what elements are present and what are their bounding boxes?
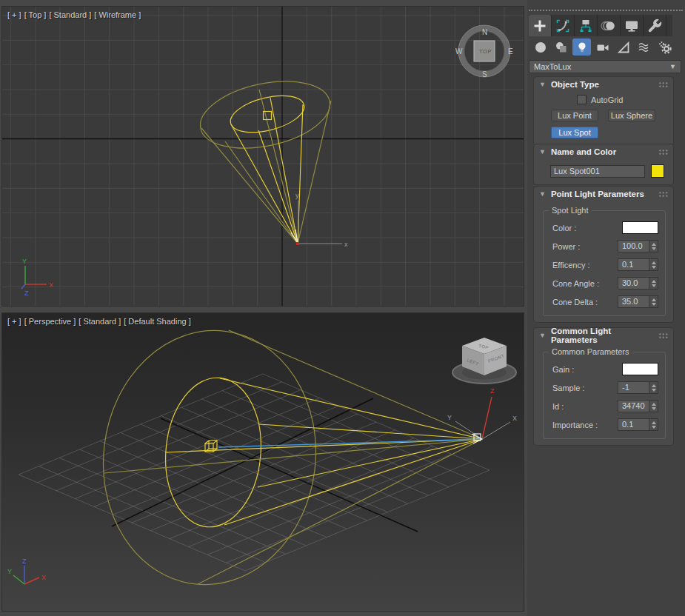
home-grid [19,374,489,571]
viewport-menu-pov[interactable]: [ Top ] [24,10,47,19]
create-categories [531,38,674,56]
rollout-title: Point Light Parameters [551,190,644,198]
viewport-menu-pov[interactable]: [ Perspective ] [24,317,76,326]
rollout-header[interactable]: ▼ Object Type [534,77,673,92]
svg-text:y: y [295,192,299,199]
spinner-arrows-icon[interactable] [649,401,658,412]
category-lights[interactable] [572,38,591,56]
viewport-menu-general[interactable]: [ + ] [7,10,21,19]
panel-grip-handle[interactable] [529,10,683,11]
rollout-collapse-icon: ▼ [539,332,546,339]
motion-icon [601,18,617,34]
power-spinner[interactable]: 100.0 [618,240,658,252]
rollout-grip-icon[interactable] [658,332,668,339]
id-spinner[interactable]: 34740 [618,400,658,412]
svg-text:X: X [512,415,517,422]
spinner-arrows-icon[interactable] [649,382,658,393]
category-cameras[interactable] [593,38,612,56]
svg-text:Y: Y [7,568,12,575]
rollout-name-and-color: ▼ Name and Color [534,144,673,184]
viewport-menu-shading[interactable]: [ Default Shading ] [124,317,191,326]
light-color-swatch[interactable] [622,221,658,234]
svg-text:X: X [41,574,46,581]
svg-text:Y: Y [22,258,27,265]
category-geometry[interactable] [531,38,549,56]
light-axis-gizmo-perspective: Z X Y [447,387,517,443]
svg-text:S: S [482,70,487,78]
plugin-dropdown[interactable]: MaxToLux ▼ [529,60,681,73]
tab-hierarchy[interactable] [575,15,598,36]
efficency-label: Efficency : [552,261,590,270]
viewport-menu-renderer[interactable]: [ Standard ] [49,10,91,19]
autogrid-checkbox[interactable] [577,95,587,104]
viewport-menu-shading[interactable]: [ Wireframe ] [94,10,141,19]
perspective-viewport[interactable]: [ + ] [ Perspective ] [ Standard ] [ Def… [1,312,524,612]
spinner-arrows-icon[interactable] [649,419,658,430]
spinner-arrows-icon[interactable] [649,259,658,270]
rollout-grip-icon[interactable] [658,191,668,198]
common-parameters-group: Common Parameters Gain : Sample : -1 Id … [543,352,666,439]
rollout-title: Common Light Parameters [551,327,658,344]
svg-text:TOP: TOP [479,48,492,55]
object-color-swatch[interactable] [651,164,664,178]
sample-spinner[interactable]: -1 [618,381,658,394]
geometry-sphere-icon [534,41,547,54]
perspective-viewport-canvas[interactable]: Z X Y Z X Y TOP [2,313,524,612]
tab-create[interactable] [529,15,552,36]
rollout-header[interactable]: ▼ Point Light Parameters [534,187,673,201]
home-grid [2,7,524,307]
rollout-header[interactable]: ▼ Common Light Parameters [534,328,673,343]
light-target-marker[interactable] [264,112,272,120]
importance-spinner[interactable]: 0.1 [618,418,658,431]
svg-text:W: W [455,47,463,56]
spinner-arrows-icon[interactable] [649,296,658,307]
light-source-point[interactable] [296,242,299,245]
power-label: Power : [552,242,580,251]
tab-modify[interactable] [552,15,575,36]
category-shapes[interactable] [552,38,570,56]
category-helpers[interactable] [614,38,632,56]
cone-delta-spinner[interactable]: 35.0 [618,295,658,308]
viewport-menu-renderer[interactable]: [ Standard ] [78,317,121,326]
spotlight-cone-top[interactable] [194,70,336,244]
viewport-label: [ + ] [ Top ] [ Standard ] [ Wireframe ] [7,10,141,19]
spotlight-cone-perspective[interactable] [89,318,482,597]
rollout-grip-icon[interactable] [658,81,668,88]
category-space-warps[interactable] [635,38,653,56]
tab-motion[interactable] [598,15,621,36]
efficency-spinner[interactable]: 0.1 [618,258,658,271]
viewport-menu-general[interactable]: [ + ] [7,317,21,326]
world-axis-tripod: Y X Z [21,258,53,297]
cone-delta-label: Cone Delta : [552,298,598,307]
cone-angle-label: Cone Angle : [552,279,599,288]
svg-text:E: E [508,47,513,56]
top-viewport-canvas[interactable]: x y Y X Z TOP N E [2,7,524,307]
shapes-icon [555,41,568,54]
command-panel: MaxToLux ▼ ▼ Object Type AutoGrid Lux Po… [527,0,685,616]
cone-angle-spinner[interactable]: 30.0 [618,277,658,289]
category-systems[interactable] [655,38,674,56]
lux-spot-button[interactable]: Lux Spot [551,127,598,138]
rollout-grip-icon[interactable] [658,149,668,155]
spinner-arrows-icon[interactable] [649,241,658,252]
create-plus-icon [532,18,548,34]
viewcube-perspective[interactable]: TOP LEFT FRONT [452,338,516,384]
autogrid-label: AutoGrid [591,96,623,104]
svg-text:Z: Z [24,289,29,297]
light-target-object[interactable] [205,441,217,452]
tab-utilities[interactable] [644,15,666,36]
rollout-object-type: ▼ Object Type AutoGrid Lux Point Lux Sph… [534,77,673,145]
top-viewport[interactable]: [ + ] [ Top ] [ Standard ] [ Wireframe ]… [1,6,524,307]
rollout-collapse-icon: ▼ [539,81,546,88]
svg-text:Z: Z [22,558,27,565]
plugin-dropdown-value: MaxToLux [534,62,571,71]
lux-sphere-button[interactable]: Lux Sphere [608,110,655,121]
tab-display[interactable] [621,15,644,36]
3dsmax-window: [ + ] [ Top ] [ Standard ] [ Wireframe ]… [0,0,685,616]
lux-point-button[interactable]: Lux Point [551,110,598,121]
rollout-header[interactable]: ▼ Name and Color [534,144,673,159]
object-name-field[interactable] [550,165,645,178]
spinner-arrows-icon[interactable] [649,278,658,289]
command-panel-tabs [529,15,672,36]
gain-color-swatch[interactable] [622,363,658,375]
